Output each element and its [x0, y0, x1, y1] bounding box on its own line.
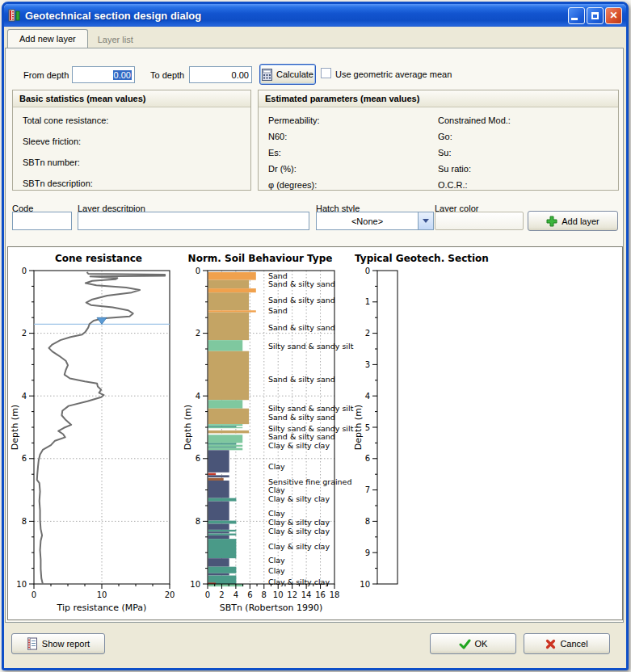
- hatch-style-select[interactable]: <None>: [316, 212, 434, 230]
- dr-label: Dr (%):: [268, 164, 438, 180]
- svg-text:Sensitive fine grained: Sensitive fine grained: [268, 477, 352, 486]
- svg-text:Sand & silty sand: Sand & silty sand: [268, 279, 335, 288]
- svg-text:6: 6: [365, 454, 370, 463]
- svg-text:Cone resistance: Cone resistance: [55, 253, 142, 264]
- close-icon: ✕: [609, 10, 617, 20]
- svg-text:2: 2: [365, 329, 370, 338]
- phi-label: φ (degrees):: [268, 180, 438, 196]
- svg-text:16: 16: [315, 590, 326, 599]
- basic-statistics-group: Basic statistics (mean values) Total con…: [12, 90, 251, 191]
- code-input[interactable]: [12, 212, 72, 230]
- ok-button[interactable]: OK: [430, 633, 516, 654]
- sbtn-number-label: SBTn number:: [23, 158, 242, 178]
- sleeve-friction-label: Sleeve friction:: [23, 136, 242, 158]
- svg-text:5: 5: [365, 423, 370, 432]
- combo-arrow-button[interactable]: [418, 212, 433, 229]
- svg-text:Sand & silty sand: Sand & silty sand: [268, 323, 335, 332]
- svg-text:Sand & silty sand: Sand & silty sand: [268, 296, 335, 304]
- tab-layer-list[interactable]: Layer list: [88, 32, 143, 48]
- window-title: Geotechnical section design dialog: [25, 10, 568, 22]
- to-depth-input[interactable]: 0.00: [189, 66, 252, 83]
- svg-text:Clay: Clay: [268, 485, 285, 494]
- to-depth-label: To depth: [150, 70, 184, 80]
- svg-text:10: 10: [16, 580, 27, 589]
- svg-text:4: 4: [233, 590, 238, 599]
- svg-text:10: 10: [97, 590, 107, 599]
- svg-text:Sand & silty sand: Sand & silty sand: [268, 413, 335, 422]
- add-layer-button[interactable]: Add layer: [528, 211, 618, 231]
- svg-text:18: 18: [330, 590, 340, 599]
- svg-text:Clay: Clay: [268, 566, 285, 575]
- svg-text:4: 4: [22, 392, 27, 401]
- su-label: Su:: [438, 148, 610, 164]
- maximize-button[interactable]: [587, 7, 604, 24]
- svg-text:10: 10: [190, 580, 200, 589]
- svg-text:6: 6: [196, 454, 200, 463]
- charts-panel: 024681001020Tip resistance (MPa)Depth (m…: [7, 246, 623, 620]
- svg-text:Depth (m): Depth (m): [353, 405, 364, 450]
- svg-text:6: 6: [247, 590, 252, 599]
- cone-resistance-chart: 024681001020Tip resistance (MPa)Depth (m…: [8, 249, 194, 617]
- svg-text:Clay & silty clay: Clay & silty clay: [268, 578, 330, 586]
- estimated-parameters-group: Estimated parameters (mean values) Perme…: [258, 90, 619, 191]
- dialog-body: Add new layer Layer list From depth 0.00…: [4, 27, 626, 666]
- maximize-icon: [591, 12, 599, 19]
- soil-behaviour-chart: 0246810024681012141618SandSand & silty s…: [179, 249, 351, 617]
- from-depth-value: 0.00: [113, 70, 132, 80]
- geometric-mean-label: Use geometric average mean: [335, 69, 452, 79]
- svg-text:Clay & silty clay: Clay & silty clay: [268, 494, 330, 503]
- svg-text:Sand: Sand: [268, 271, 288, 280]
- app-icon: [8, 9, 21, 22]
- svg-text:8: 8: [196, 517, 200, 526]
- cancel-label: Cancel: [560, 639, 587, 649]
- n60-label: N60:: [268, 132, 438, 148]
- calculate-label: Calculate: [276, 69, 313, 79]
- calculate-button[interactable]: Calculate: [259, 64, 316, 85]
- svg-text:Clay: Clay: [268, 509, 285, 518]
- svg-text:Depth (m): Depth (m): [183, 405, 193, 450]
- ok-label: OK: [475, 639, 488, 649]
- svg-text:Clay & silty clay: Clay & silty clay: [268, 527, 330, 536]
- report-icon: [27, 637, 38, 650]
- cancel-button[interactable]: Cancel: [524, 633, 610, 654]
- svg-text:Sand & silty sand: Sand & silty sand: [268, 432, 335, 441]
- svg-text:0: 0: [365, 267, 370, 275]
- minimize-button[interactable]: [568, 7, 585, 24]
- go-label: Go:: [438, 132, 610, 148]
- dialog-window: Geotechnical section design dialog ✕ Add…: [2, 2, 629, 670]
- svg-text:3: 3: [365, 360, 370, 369]
- constrained-mod-label: Constrained Mod.:: [438, 116, 610, 132]
- basic-statistics-title: Basic statistics (mean values): [13, 90, 250, 107]
- geotech-section-chart: 012345678910Depth (m)Typical Geotech. Se…: [351, 249, 531, 617]
- layer-color-swatch[interactable]: [435, 212, 524, 230]
- svg-text:10: 10: [360, 580, 370, 589]
- svg-text:4: 4: [196, 392, 200, 401]
- layer-description-input[interactable]: [78, 212, 309, 230]
- svg-text:0: 0: [32, 590, 36, 599]
- svg-text:2: 2: [219, 590, 224, 599]
- svg-text:2: 2: [196, 329, 200, 338]
- svg-text:8: 8: [262, 590, 267, 599]
- desktop: Geotechnical section design dialog ✕ Add…: [0, 0, 631, 672]
- svg-text:Silty sand & sandy silt: Silty sand & sandy silt: [268, 342, 354, 351]
- svg-text:4: 4: [365, 392, 370, 401]
- titlebar[interactable]: Geotechnical section design dialog ✕: [4, 4, 626, 27]
- svg-text:Clay & silty clay: Clay & silty clay: [268, 441, 330, 450]
- ocr-label: O.C.R.:: [438, 180, 610, 196]
- tab-add-new-layer[interactable]: Add new layer: [7, 29, 88, 48]
- svg-text:Typical Geotech. Section: Typical Geotech. Section: [355, 253, 489, 264]
- geometric-mean-checkbox[interactable]: [321, 68, 331, 78]
- svg-text:20: 20: [165, 590, 175, 599]
- svg-text:1: 1: [365, 297, 370, 306]
- svg-text:Sand & silty sand: Sand & silty sand: [268, 375, 335, 384]
- svg-text:Norm. Soil Behaviour Type: Norm. Soil Behaviour Type: [188, 253, 333, 264]
- svg-text:Silty sand & sandy silt: Silty sand & sandy silt: [268, 424, 354, 433]
- hatch-style-value: <None>: [317, 216, 418, 226]
- plus-icon: [546, 216, 557, 227]
- close-button[interactable]: ✕: [605, 7, 622, 24]
- permeability-label: Permeability:: [268, 116, 438, 132]
- tab-sheet: From depth 0.00 To depth 0.00 Calculate: [5, 48, 624, 623]
- from-depth-input[interactable]: 0.00: [72, 66, 135, 83]
- svg-text:0: 0: [196, 267, 200, 275]
- show-report-button[interactable]: Show report: [11, 633, 105, 654]
